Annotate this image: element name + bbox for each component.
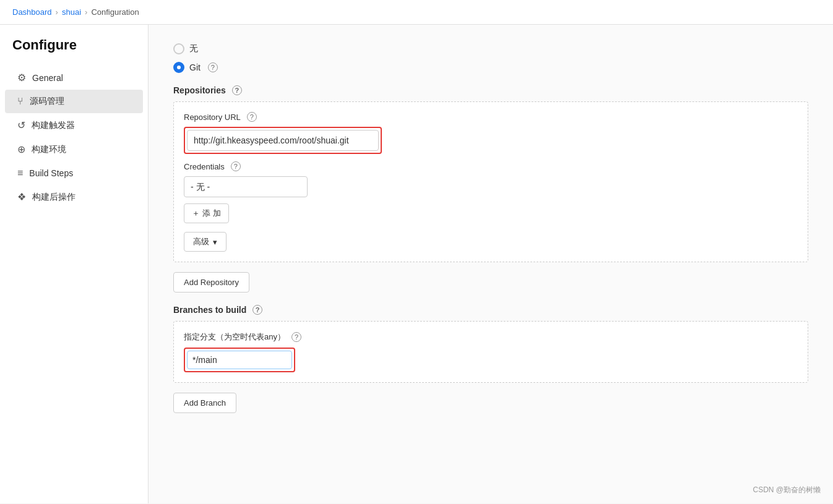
- branches-box: 指定分支（为空时代表any） ?: [173, 321, 808, 383]
- add-icon: ＋: [192, 208, 200, 219]
- sidebar: Configure ⚙ General ⑂ 源码管理 ↺ 构建触发器 ⊕ 构建环…: [0, 25, 149, 503]
- repositories-help-icon[interactable]: ?: [232, 85, 242, 95]
- branch-help-icon[interactable]: ?: [291, 332, 301, 342]
- breadcrumb-sep-2: ›: [85, 7, 87, 17]
- git-help-icon[interactable]: ?: [208, 62, 218, 72]
- trigger-icon: ↺: [17, 119, 25, 131]
- steps-icon: ≡: [17, 168, 23, 179]
- watermark: CSDN @勤奋的树懒: [753, 485, 821, 495]
- breadcrumb-current: Configuration: [91, 7, 139, 17]
- source-icon: ⑂: [17, 96, 24, 107]
- branches-label: Branches to build ?: [173, 305, 808, 315]
- repo-url-label: Repository URL ?: [184, 112, 798, 122]
- repo-url-help-icon[interactable]: ?: [247, 112, 257, 122]
- git-radio[interactable]: [173, 62, 184, 73]
- breadcrumb-dashboard[interactable]: Dashboard: [12, 7, 52, 17]
- advanced-label: 高级: [193, 236, 209, 247]
- scm-radio-group: 无 Git ?: [173, 43, 808, 73]
- gear-icon: ⚙: [17, 72, 26, 83]
- add-branch-button[interactable]: Add Branch: [173, 393, 236, 413]
- branch-field-label: 指定分支（为空时代表any） ?: [184, 331, 798, 343]
- post-icon: ❖: [17, 191, 26, 203]
- credentials-select[interactable]: - 无 -: [184, 176, 308, 197]
- sidebar-item-post-build[interactable]: ❖ 构建后操作: [5, 185, 143, 209]
- advanced-button[interactable]: 高级 ▾: [184, 232, 227, 252]
- add-repository-button[interactable]: Add Repository: [173, 272, 249, 293]
- none-option[interactable]: 无: [173, 43, 808, 54]
- repo-url-input[interactable]: [187, 130, 379, 151]
- sidebar-item-build-env[interactable]: ⊕ 构建环境: [5, 137, 143, 161]
- sidebar-item-label: 源码管理: [30, 96, 64, 107]
- sidebar-item-source-mgmt[interactable]: ⑂ 源码管理: [5, 90, 143, 113]
- breadcrumb: Dashboard › shuai › Configuration: [0, 0, 833, 25]
- none-radio[interactable]: [173, 43, 184, 54]
- env-icon: ⊕: [17, 143, 25, 155]
- sidebar-title: Configure: [0, 37, 148, 66]
- credentials-help-icon[interactable]: ?: [231, 161, 241, 171]
- main-content: 无 Git ? Repositories ? Repository URL ?: [149, 25, 833, 503]
- branch-highlight: [184, 348, 295, 372]
- sidebar-item-label: 构建触发器: [32, 120, 75, 131]
- repo-url-highlight: [184, 127, 382, 154]
- sidebar-item-label: General: [32, 73, 63, 83]
- credentials-label: Credentials ?: [184, 161, 798, 171]
- none-label: 无: [189, 43, 198, 54]
- git-option[interactable]: Git ?: [173, 62, 808, 73]
- repository-box: Repository URL ? Credentials ? - 无 - ＋: [173, 101, 808, 262]
- repositories-label: Repositories ?: [173, 85, 808, 95]
- sidebar-item-label: 构建环境: [32, 144, 66, 155]
- sidebar-item-build-steps[interactable]: ≡ Build Steps: [5, 161, 143, 185]
- add-credentials-button[interactable]: ＋ 添 加: [184, 203, 229, 223]
- sidebar-item-general[interactable]: ⚙ General: [5, 66, 143, 90]
- chevron-down-icon: ▾: [213, 237, 217, 247]
- sidebar-item-build-trigger[interactable]: ↺ 构建触发器: [5, 113, 143, 137]
- add-credentials-label: 添 加: [202, 208, 221, 219]
- credentials-section: Credentials ? - 无 - ＋ 添 加: [184, 161, 798, 223]
- sidebar-item-label: 构建后操作: [32, 192, 76, 203]
- git-label: Git: [189, 62, 201, 72]
- branches-help-icon[interactable]: ?: [252, 305, 262, 315]
- branch-input[interactable]: [187, 351, 292, 369]
- breadcrumb-shuai[interactable]: shuai: [62, 7, 81, 17]
- breadcrumb-sep-1: ›: [56, 7, 58, 17]
- sidebar-item-label: Build Steps: [29, 168, 73, 178]
